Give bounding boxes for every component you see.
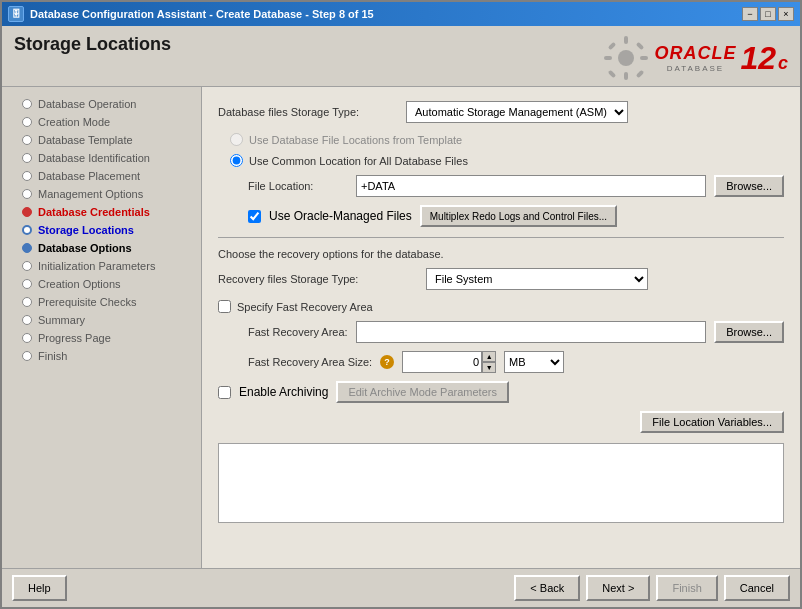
app-icon: 🗄 [8,6,24,22]
use-omf-label: Use Oracle-Managed Files [269,209,412,223]
cancel-button[interactable]: Cancel [724,575,790,601]
storage-type-label: Database files Storage Type: [218,106,398,118]
sidebar: Database Operation Creation Mode Databas… [2,87,202,568]
minimize-button[interactable]: − [742,7,758,21]
specify-fra-label: Specify Fast Recovery Area [237,301,373,313]
sidebar-dot-3 [22,135,32,145]
recovery-storage-type-select[interactable]: File System Automatic Storage Management… [426,268,648,290]
file-location-input[interactable] [356,175,706,197]
page-title: Storage Locations [14,34,171,55]
use-template-radio-option: Use Database File Locations from Templat… [218,133,784,146]
sidebar-dot-10 [22,261,32,271]
file-location-label: File Location: [248,180,348,192]
storage-type-row: Database files Storage Type: Automatic S… [218,101,784,123]
sidebar-item-progress-page: Progress Page [2,329,201,347]
use-template-label: Use Database File Locations from Templat… [249,134,462,146]
enable-archiving-row: Enable Archiving Edit Archive Mode Param… [218,381,784,403]
close-button[interactable]: × [778,7,794,21]
finish-button[interactable]: Finish [656,575,717,601]
svg-rect-8 [636,70,644,78]
sidebar-dot-4 [22,153,32,163]
spinner-up-button[interactable]: ▲ [482,351,496,362]
fast-recovery-browse-button[interactable]: Browse... [714,321,784,343]
sidebar-dot-8 [22,225,32,235]
sidebar-item-initialization-parameters: Initialization Parameters [2,257,201,275]
info-area [218,443,784,523]
file-location-row: File Location: Browse... [218,175,784,197]
sidebar-item-database-identification: Database Identification [2,149,201,167]
sidebar-dot-14 [22,333,32,343]
sidebar-item-summary: Summary [2,311,201,329]
use-common-radio[interactable] [230,154,243,167]
svg-rect-5 [608,42,616,50]
fast-recovery-size-label: Fast Recovery Area Size: [248,356,372,368]
storage-type-select[interactable]: Automatic Storage Management (ASM) File … [406,101,628,123]
right-panel: Database files Storage Type: Automatic S… [202,87,800,568]
use-omf-checkbox[interactable] [248,210,261,223]
oracle-version-label: 12 [740,40,776,77]
sidebar-item-database-options[interactable]: Database Options [2,239,201,257]
use-common-radio-option: Use Common Location for All Database Fil… [218,154,784,167]
fast-recovery-area-input[interactable] [356,321,706,343]
oracle-gear-icon [602,34,650,82]
maximize-button[interactable]: □ [760,7,776,21]
sidebar-item-database-operation: Database Operation [2,95,201,113]
sidebar-dot-9 [22,243,32,253]
recovery-storage-type-row: Recovery files Storage Type: File System… [218,268,784,290]
sidebar-dot-13 [22,315,32,325]
enable-archiving-checkbox[interactable] [218,386,231,399]
svg-rect-6 [636,42,644,50]
use-common-label: Use Common Location for All Database Fil… [249,155,468,167]
enable-archiving-label: Enable Archiving [239,385,328,399]
fast-recovery-size-input[interactable] [402,351,482,373]
oracle-brand-label: ORACLE [654,43,736,64]
main-window: 🗄 Database Configuration Assistant - Cre… [0,0,802,609]
help-button[interactable]: Help [12,575,67,601]
sidebar-dot-11 [22,279,32,289]
sidebar-item-creation-options: Creation Options [2,275,201,293]
next-button[interactable]: Next > [586,575,650,601]
sidebar-item-database-placement: Database Placement [2,167,201,185]
svg-rect-4 [640,56,648,60]
sidebar-item-prerequisite-checks: Prerequisite Checks [2,293,201,311]
title-bar-left: 🗄 Database Configuration Assistant - Cre… [8,6,374,22]
oracle-version-suffix: c [778,53,788,74]
recovery-size-unit-select[interactable]: MB GB TB [504,351,564,373]
multiplex-button[interactable]: Multiplex Redo Logs and Control Files... [420,205,617,227]
specify-fra-checkbox[interactable] [218,300,231,313]
back-button[interactable]: < Back [514,575,580,601]
sidebar-dot-2 [22,117,32,127]
sidebar-dot-6 [22,189,32,199]
svg-rect-1 [624,36,628,44]
sidebar-dot-12 [22,297,32,307]
file-location-variables-row: File Location Variables... [218,411,784,433]
bottom-right-buttons: < Back Next > Finish Cancel [514,575,790,601]
use-template-radio[interactable] [230,133,243,146]
fast-recovery-size-row: Fast Recovery Area Size: ? ▲ ▼ MB GB TB [218,351,784,373]
sidebar-dot-5 [22,171,32,181]
edit-archive-button[interactable]: Edit Archive Mode Parameters [336,381,509,403]
sidebar-item-management-options: Management Options [2,185,201,203]
sidebar-item-database-template: Database Template [2,131,201,149]
specify-fra-row: Specify Fast Recovery Area [218,300,784,313]
sidebar-item-storage-locations[interactable]: Storage Locations [2,221,201,239]
window-title: Database Configuration Assistant - Creat… [30,8,374,20]
sidebar-dot-1 [22,99,32,109]
sidebar-item-database-credentials: Database Credentials [2,203,201,221]
oracle-logo: ORACLE DATABASE 12 c [602,34,788,82]
file-location-variables-button[interactable]: File Location Variables... [640,411,784,433]
browse-button[interactable]: Browse... [714,175,784,197]
omf-row: Use Oracle-Managed Files Multiplex Redo … [218,205,784,227]
svg-rect-3 [604,56,612,60]
oracle-version-container: 12 c [740,40,788,77]
separator-1 [218,237,784,238]
bottom-bar: Help < Back Next > Finish Cancel [2,568,800,607]
fast-recovery-area-row: Fast Recovery Area: Browse... [218,321,784,343]
header-bar: Storage Locations ORACLE DATABASE [2,26,800,87]
spinner-down-button[interactable]: ▼ [482,362,496,373]
svg-point-0 [618,50,634,66]
title-bar: 🗄 Database Configuration Assistant - Cre… [2,2,800,26]
spinner-buttons: ▲ ▼ [482,351,496,373]
spinner-input: ▲ ▼ [402,351,496,373]
main-content: Database Operation Creation Mode Databas… [2,87,800,568]
